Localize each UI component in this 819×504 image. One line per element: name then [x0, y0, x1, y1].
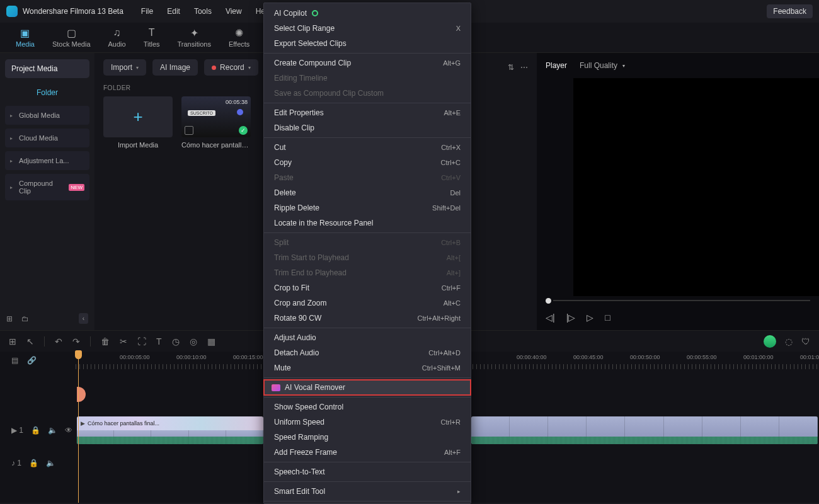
nav-titles-label: Titles: [144, 40, 160, 48]
scrub-track: [553, 300, 810, 301]
player-quality-select[interactable]: Full Quality▾: [580, 61, 625, 70]
stop-button[interactable]: □: [605, 312, 610, 323]
sidebar-item-compound[interactable]: ▸Compound ClipNEW: [5, 174, 89, 200]
color-button[interactable]: ◎: [190, 336, 197, 346]
add-to-timeline-icon[interactable]: [185, 126, 193, 135]
folder-icon[interactable]: 🗀: [21, 314, 29, 323]
lock-icon[interactable]: 🔒: [31, 426, 40, 435]
ctx-smart-edit[interactable]: Smart Edit Tool▸: [264, 484, 471, 499]
ctx-select-range[interactable]: Select Clip RangeX: [264, 21, 471, 36]
filter-icon[interactable]: ⇅: [508, 63, 514, 72]
quality-label: Full Quality: [580, 61, 617, 70]
ctx-export-selected[interactable]: Export Selected Clips: [264, 36, 471, 51]
ctx-copy[interactable]: CopyCtrl+C: [264, 155, 471, 170]
import-button[interactable]: Import▾: [103, 59, 146, 76]
nav-stock-label: Stock Media: [52, 40, 91, 48]
playhead[interactable]: [78, 352, 79, 503]
ctx-create-compound[interactable]: Create Compound ClipAlt+G: [264, 55, 471, 71]
record-button[interactable]: Record▾: [204, 59, 258, 76]
ctx-ai-copilot[interactable]: AI Copilot: [264, 6, 471, 21]
more-icon[interactable]: ⋯: [520, 63, 528, 72]
player-scrubber[interactable]: [537, 296, 819, 305]
render-icon[interactable]: ◌: [785, 336, 793, 346]
visibility-icon[interactable]: 👁: [65, 426, 72, 435]
mute-icon[interactable]: 🔈: [46, 459, 55, 467]
pointer-icon[interactable]: ↖: [26, 336, 34, 346]
nav-transitions-label: Transitions: [178, 40, 211, 48]
ctx-rotate[interactable]: Rotate 90 CWCtrl+Alt+Right: [264, 311, 471, 326]
audio-track-icon: ♪ 1: [11, 459, 21, 467]
player-tab[interactable]: Player: [546, 61, 567, 70]
next-frame-button[interactable]: |▷: [566, 312, 576, 323]
import-media-tile[interactable]: + Import Media: [103, 96, 173, 149]
ctx-label: Delete: [274, 188, 296, 197]
nav-titles[interactable]: TTitles: [144, 27, 160, 48]
nav-stock[interactable]: ▢Stock Media: [52, 27, 91, 48]
nav-media-label: Media: [16, 40, 35, 48]
marker-icon[interactable]: 🛡: [801, 336, 810, 346]
video-clip[interactable]: [471, 416, 818, 444]
ctx-cut[interactable]: CutCtrl+X: [264, 140, 471, 155]
ctx-uniform-speed[interactable]: Uniform SpeedCtrl+R: [264, 415, 471, 430]
sidebar-folder-label[interactable]: Folder: [5, 83, 89, 106]
ai-image-button[interactable]: AI Image: [152, 59, 198, 76]
ctx-ripple-delete[interactable]: Ripple DeleteShift+Del: [264, 200, 471, 215]
ctx-shortcut: Del: [450, 189, 461, 197]
play-button[interactable]: ▷: [587, 312, 593, 323]
link-icon[interactable]: 🔗: [27, 356, 37, 365]
ctx-locate[interactable]: Locate in the Resource Panel: [264, 215, 471, 231]
ctx-detach-audio[interactable]: Detach AudioCtrl+Alt+D: [264, 345, 471, 360]
menu-file[interactable]: File: [141, 7, 153, 16]
new-folder-icon[interactable]: ⊞: [6, 314, 13, 323]
crop-button[interactable]: ⛶: [137, 336, 146, 346]
menu-tools[interactable]: Tools: [194, 7, 212, 16]
delete-button[interactable]: 🗑: [101, 336, 110, 346]
ctx-edit-properties[interactable]: Edit PropertiesAlt+E: [264, 105, 471, 120]
undo-button[interactable]: ↶: [55, 336, 62, 346]
menu-edit[interactable]: Edit: [167, 7, 180, 16]
collapse-sidebar-button[interactable]: ‹: [79, 313, 88, 324]
ctx-speech-to-text[interactable]: Speech-to-Text: [264, 464, 471, 479]
ctx-mute[interactable]: MuteCtrl+Shift+M: [264, 360, 471, 375]
redo-button[interactable]: ↷: [72, 336, 80, 346]
adjust-button[interactable]: ▦: [207, 336, 215, 346]
ctx-disable-clip[interactable]: Disable Clip: [264, 120, 471, 135]
speed-button[interactable]: ◷: [172, 336, 180, 346]
nav-audio[interactable]: ♫Audio: [108, 27, 126, 48]
effects-icon: ✺: [234, 27, 245, 38]
prev-frame-button[interactable]: ◁|: [546, 312, 555, 323]
toolbar-right: ⇅ ⋯: [508, 63, 528, 72]
sidebar-item-cloud[interactable]: ▸Cloud Media: [5, 129, 89, 147]
cut-button[interactable]: ✂: [120, 336, 127, 346]
ctx-show-speed[interactable]: Show Speed Control: [264, 399, 471, 415]
feedback-button[interactable]: Feedback: [767, 4, 813, 18]
ctx-adjust-audio[interactable]: Adjust Audio: [264, 330, 471, 345]
text-button[interactable]: T: [156, 336, 162, 346]
video-clip[interactable]: ▶ Cómo hacer pantallas final...: [77, 416, 263, 444]
ctx-delete[interactable]: DeleteDel: [264, 185, 471, 200]
sidebar-item-global[interactable]: ▸Global Media: [5, 106, 89, 125]
grid-icon[interactable]: ⊞: [9, 336, 16, 346]
sidebar-item-adjustment[interactable]: ▸Adjustment La...: [5, 151, 89, 170]
media-clip-tile[interactable]: 00:05:38 SUSCRITO ✓ Cómo hacer pantallas…: [181, 96, 251, 149]
ctx-editing-timeline: Editing Timeline: [264, 71, 471, 86]
scrub-handle-icon[interactable]: [546, 298, 551, 304]
ctx-crop-zoom[interactable]: Crop and ZoomAlt+C: [264, 295, 471, 311]
copilot-dot-icon: [312, 10, 318, 16]
player-viewport[interactable]: [573, 78, 819, 296]
sidebar-tab-project[interactable]: Project Media: [5, 59, 89, 78]
nav-media[interactable]: ▣Media: [16, 27, 35, 48]
ctx-split: SplitCtrl+B: [264, 235, 471, 250]
ai-avatar-icon[interactable]: [764, 335, 776, 348]
nav-effects[interactable]: ✺Effects: [229, 27, 249, 48]
waveform: [77, 437, 263, 444]
timeline-view-icon[interactable]: ▤: [11, 356, 18, 365]
lock-icon[interactable]: 🔒: [29, 459, 38, 467]
ctx-crop-fit[interactable]: Crop to FitCtrl+F: [264, 280, 471, 295]
ctx-ai-vocal-remover[interactable]: AI Vocal Remover: [264, 380, 471, 395]
nav-transitions[interactable]: ✦Transitions: [178, 27, 211, 48]
menu-view[interactable]: View: [226, 7, 242, 16]
mute-icon[interactable]: 🔈: [48, 426, 57, 435]
ctx-speed-ramping[interactable]: Speed Ramping: [264, 430, 471, 445]
ctx-add-freeze[interactable]: Add Freeze FrameAlt+F: [264, 445, 471, 460]
